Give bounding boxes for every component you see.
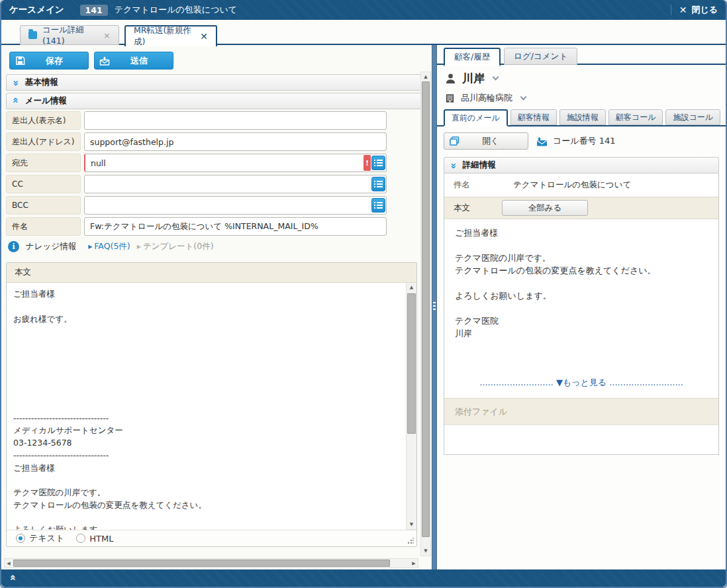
template-link[interactable]: ▶ テンプレート(0件) — [137, 241, 214, 252]
last-mail-detail: 件名 テクマトロールの包装について 本文 全部みる ご担当者様 テクマ医院の川岸… — [444, 173, 719, 455]
knowledge-row: i ナレッジ情報 ▶ FAQ(5件) ▶ テンプレート(0件) — [8, 241, 214, 252]
subject-input[interactable] — [84, 217, 387, 236]
tab-last-mail[interactable]: 直前のメール — [444, 109, 508, 126]
last-mail-toolbar: 開く コール番号 141 — [437, 126, 726, 156]
left-panel-hscrollbar[interactable]: ◀ ▶ — [4, 558, 418, 568]
field-label: 差出人(表示名) — [6, 111, 81, 130]
format-html-radio[interactable]: HTML — [76, 534, 113, 544]
left-panel-scrollbar[interactable]: ▲ ▼ — [420, 72, 431, 556]
customer-row[interactable]: 川岸 — [437, 65, 726, 87]
tab-last-mail-label: 直前のメール — [452, 113, 500, 124]
resize-grip-icon[interactable] — [407, 538, 414, 544]
expand-icon: » — [11, 80, 21, 85]
scroll-up-icon[interactable]: ▲ — [421, 73, 430, 81]
view-all-button[interactable]: 全部みる — [502, 200, 588, 216]
tab-customer-call[interactable]: 顧客コール — [608, 109, 663, 125]
panel-splitter[interactable] — [432, 45, 437, 569]
radio-selected-icon — [16, 534, 25, 543]
subject-label: 件名 — [454, 179, 513, 191]
scroll-up-icon[interactable]: ▲ — [407, 283, 416, 291]
view-all-label: 全部みる — [528, 203, 562, 214]
tab-facility-call-label: 施設コール — [673, 112, 713, 123]
footer-bar: » — [1, 569, 726, 587]
case-main-window: ケースメイン 141 テクマトロールの包装について ✕ 閉じる コール詳細(14… — [0, 0, 727, 588]
detail-section-header[interactable]: » 詳細情報 — [444, 157, 719, 173]
facility-row[interactable]: 品川高輪病院 — [437, 87, 726, 108]
close-window-button[interactable]: ✕ 閉じる — [679, 4, 718, 16]
facility-name: 品川高輪病院 — [461, 92, 512, 104]
tab-close-icon[interactable]: × — [103, 30, 111, 40]
format-text-label: テキスト — [29, 532, 64, 544]
call-number-label: コール番号 141 — [553, 135, 616, 147]
field-label: CC — [6, 175, 81, 193]
title-bar: ケースメイン 141 テクマトロールの包装について ✕ 閉じる — [1, 0, 726, 20]
save-button[interactable]: 保存 — [9, 52, 89, 70]
field-row-subject: 件名 — [6, 217, 387, 236]
tab-facility-info[interactable]: 施設情報 — [559, 109, 606, 125]
attachments-empty-area — [444, 424, 718, 454]
case-title: テクマトロールの包装について — [115, 4, 237, 16]
mail-body-label: 本文 — [454, 203, 470, 214]
folder-icon — [28, 31, 37, 39]
tab-log-comment-label: ログ/コメント — [514, 51, 567, 62]
collapse-footer-icon[interactable]: » — [8, 575, 18, 581]
compose-toolbar: 保存 送信 — [9, 52, 173, 70]
to-input[interactable] — [84, 154, 387, 172]
tab-facility-call[interactable]: 施設コール — [665, 109, 720, 125]
chevron-down-icon[interactable] — [520, 93, 527, 100]
field-label: 宛先 — [6, 154, 81, 172]
send-button[interactable]: 送信 — [94, 52, 173, 70]
attachments-label: 添付ファイル — [455, 406, 507, 418]
splitter-grip-icon — [433, 302, 436, 311]
tab-call-detail-label: コール詳細(141) — [42, 24, 98, 46]
body-textarea[interactable]: ご担当者様 お疲れ様です。 --------------------------… — [7, 283, 416, 530]
tab-facility-info-label: 施設情報 — [567, 112, 599, 123]
field-label: BCC — [6, 196, 81, 215]
body-text[interactable]: ご担当者様 お疲れ様です。 --------------------------… — [7, 283, 405, 530]
open-window-icon — [444, 136, 464, 146]
scrollbar-thumb[interactable] — [13, 560, 390, 567]
tab-customer-history[interactable]: 顧客/履歴 — [444, 48, 501, 66]
history-sub-tabs: 直前のメール 顧客情報 施設情報 顧客コール 施設コール — [437, 108, 726, 126]
open-button-label: 開く — [464, 136, 517, 147]
subject-value: テクマトロールの包装について — [513, 179, 631, 191]
section-mail-info[interactable]: » メール情報 — [6, 93, 421, 109]
section-basic-info[interactable]: » 基本情報 — [6, 74, 421, 91]
address-book-icon[interactable] — [371, 156, 385, 170]
info-icon: i — [8, 241, 19, 252]
template-link-label: テンプレート(0件) — [143, 241, 214, 252]
cc-input[interactable] — [84, 175, 387, 193]
field-label: 件名 — [6, 217, 81, 236]
field-row-sender-address: 差出人(アドレス) — [6, 132, 387, 151]
textarea-scrollbar[interactable]: ▲ ▼ — [406, 283, 416, 530]
tab-mr-forward[interactable]: MR転送(新規作成) ✕ — [124, 25, 217, 46]
faq-link[interactable]: ▶ FAQ(5件) — [88, 241, 130, 252]
sender-address-input[interactable] — [84, 132, 387, 151]
show-more-link[interactable]: ........................... ▼もっと見る .....… — [444, 373, 718, 398]
field-row-cc: CC — [6, 175, 387, 193]
address-book-icon[interactable] — [371, 198, 385, 213]
tab-call-detail[interactable]: コール詳細(141) × — [20, 25, 119, 45]
scroll-right-icon[interactable]: ▶ — [410, 559, 418, 567]
scrollbar-thumb[interactable] — [407, 293, 416, 434]
tab-customer-info[interactable]: 顧客情報 — [510, 109, 557, 125]
mail-body-text: ご担当者様 テクマ医院の川岸です。 テクマトロールの包装の変更点を教えてください… — [444, 219, 718, 373]
save-label: 保存 — [30, 55, 79, 67]
attachments-header: 添付ファイル — [444, 398, 718, 424]
tab-close-icon[interactable]: ✕ — [200, 31, 208, 42]
address-book-icon[interactable] — [371, 177, 385, 191]
sender-name-input[interactable] — [84, 111, 387, 130]
mail-body-box: 本文 ご担当者様 お疲れ様です。 -----------------------… — [6, 262, 417, 547]
format-text-radio[interactable]: テキスト — [16, 532, 64, 544]
scroll-left-icon[interactable]: ◀ — [5, 559, 13, 567]
format-html-label: HTML — [89, 534, 113, 544]
tab-customer-history-label: 顧客/履歴 — [454, 52, 490, 63]
chevron-down-icon[interactable] — [493, 74, 499, 81]
scroll-down-icon[interactable]: ▼ — [407, 520, 416, 528]
scroll-down-icon[interactable]: ▼ — [421, 547, 430, 555]
triangle-right-icon: ▶ — [137, 244, 141, 250]
tab-log-comment[interactable]: ログ/コメント — [504, 48, 577, 65]
scrollbar-thumb[interactable] — [422, 81, 430, 537]
bcc-input[interactable] — [84, 196, 387, 215]
open-button[interactable]: 開く — [444, 132, 528, 150]
